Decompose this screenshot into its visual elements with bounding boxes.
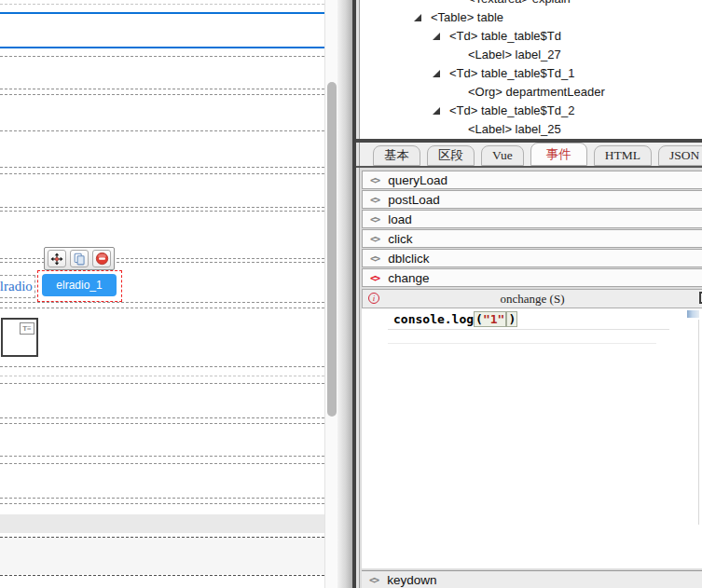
code-icon: <>: [370, 272, 379, 284]
delete-button[interactable]: [92, 250, 111, 267]
event-label: queryLoad: [388, 173, 447, 187]
editor-scrollbar[interactable]: [698, 320, 699, 525]
selected-radio-component[interactable]: elradio_1: [42, 274, 117, 296]
tab-事件[interactable]: 事件: [530, 143, 587, 166]
code-line[interactable]: console.log("1"): [362, 308, 702, 326]
tree-node-table_table$Td_1[interactable]: <Td> table_table$Td_1: [360, 64, 702, 83]
info-icon[interactable]: i: [368, 293, 379, 304]
event-row-dblclick[interactable]: <>dblclick: [362, 249, 702, 267]
table-cell-border: [0, 503, 324, 504]
code-icon: <>: [370, 194, 379, 206]
textarea-icon: T≡: [20, 322, 34, 335]
tree-expanded-icon[interactable]: [414, 14, 421, 21]
code-string-arg: "1": [483, 312, 504, 326]
code-close-paren: ): [506, 311, 517, 327]
table-cell-border: [0, 130, 324, 131]
tree-node-label_27[interactable]: <Label> label_27: [360, 46, 702, 64]
tree-node-table_table$Td_2[interactable]: <Td> table_table$Td_2: [360, 102, 702, 120]
event-row-click[interactable]: <>click: [362, 229, 702, 248]
tree-node-label: <Table> table: [431, 10, 503, 24]
tree-expanded-icon[interactable]: [433, 33, 440, 40]
table-cell-border: [0, 463, 324, 464]
table-cell-border: [0, 167, 324, 168]
table-cell-border: [0, 417, 324, 418]
canvas-scrollbar-thumb[interactable]: [327, 82, 337, 417]
table-cell-border: [0, 207, 324, 208]
highlighted-row-border: [0, 47, 324, 48]
copy-icon: [73, 253, 86, 266]
event-label: load: [388, 212, 412, 226]
canvas-scrollbar[interactable]: [324, 0, 337, 588]
table-cell-border: [0, 56, 324, 57]
code-icon: <>: [369, 574, 378, 586]
event-code-title: onchange (S): [363, 290, 702, 308]
radio-field-label[interactable]: elradio: [0, 275, 35, 298]
table-cell-border: [0, 575, 324, 576]
component-tree[interactable]: <Textarea> explain<Table> table<Td> tabl…: [360, 0, 702, 139]
event-label: postLoad: [388, 193, 440, 207]
event-label: dblclick: [388, 252, 429, 266]
tree-node-label: <Td> table_table$Td: [449, 29, 561, 43]
highlighted-row-border: [0, 12, 324, 14]
tree-node-label: <Textarea> explain: [468, 0, 571, 6]
table-section-band: [0, 514, 324, 533]
table-cell-border: [0, 94, 324, 95]
event-row-keydown[interactable]: <> keydown: [362, 570, 702, 588]
code-icon: <>: [370, 233, 379, 245]
tree-node-table[interactable]: <Table> table: [360, 8, 702, 27]
code-callee: console.log: [393, 312, 474, 326]
tree-node-label: <Org> departmentLeader: [468, 85, 605, 99]
event-row-load[interactable]: <>load: [362, 210, 702, 228]
designer-canvas[interactable]: T≡: [0, 0, 324, 588]
event-row-postLoad[interactable]: <>postLoad: [362, 190, 702, 209]
tab-基本[interactable]: 基本: [373, 145, 420, 166]
table-cell-border: [0, 173, 324, 174]
tab-HTML[interactable]: HTML: [594, 145, 652, 166]
table-cell-border: [0, 376, 324, 376]
code-open-paren: (: [475, 312, 483, 326]
tree-node-label: <Td> table_table$Td_2: [449, 103, 574, 117]
table-cell-border: [0, 302, 324, 303]
tree-node-table_table$Td[interactable]: <Td> table_table$Td: [360, 27, 702, 46]
tree-node-label_25[interactable]: <Label> label_25: [360, 120, 702, 139]
tab-Vue[interactable]: Vue: [481, 145, 524, 166]
event-label: click: [388, 232, 412, 246]
tree-node-label: <Label> label_25: [468, 122, 561, 136]
table-cell-border: [0, 211, 324, 212]
event-code-header: i onchange (S): [362, 289, 702, 308]
event-row-queryLoad[interactable]: <>queryLoad: [362, 171, 702, 189]
table-cell-border: [0, 456, 324, 457]
event-row-change[interactable]: <>change: [362, 268, 702, 287]
tree-expanded-icon[interactable]: [433, 107, 440, 115]
table-cell-border: [0, 4, 324, 5]
properties-panel: <Textarea> explain<Table> table<Td> tabl…: [356, 0, 702, 588]
table-cell-border: [0, 423, 324, 424]
tab-JSON[interactable]: JSON: [658, 145, 702, 166]
code-icon: <>: [370, 174, 379, 186]
tree-node-departmentLeader[interactable]: <Org> departmentLeader: [360, 83, 702, 102]
form-designer-window: T≡: [0, 0, 702, 588]
code-icon: <>: [370, 253, 379, 265]
event-label: change: [388, 271, 429, 285]
component-toolbar: [44, 247, 115, 270]
table-section-band-light: [0, 538, 324, 574]
property-tabs: 基本区段Vue事件HTMLJSON: [360, 143, 702, 166]
events-panel: <>queryLoad<>postLoad<>load<>click<>dblc…: [360, 168, 702, 588]
table-cell-border: [0, 383, 324, 384]
move-icon: [50, 253, 63, 266]
table-cell-border: [0, 366, 324, 367]
tree-node-explain[interactable]: <Textarea> explain: [360, 0, 702, 8]
editor-line-rule-2: [388, 343, 656, 344]
copy-button[interactable]: [70, 250, 89, 267]
panel-splitter[interactable]: [337, 0, 352, 588]
event-label: keydown: [387, 573, 436, 587]
code-editor[interactable]: console.log("1"): [362, 308, 702, 568]
move-button[interactable]: [48, 250, 66, 267]
tree-expanded-icon[interactable]: [433, 70, 440, 77]
textarea-component[interactable]: T≡: [1, 318, 38, 357]
tab-区段[interactable]: 区段: [427, 145, 475, 166]
table-cell-border: [0, 498, 324, 499]
delete-icon: [95, 252, 109, 266]
code-icon: <>: [370, 213, 379, 226]
editor-minimap: [687, 310, 699, 318]
